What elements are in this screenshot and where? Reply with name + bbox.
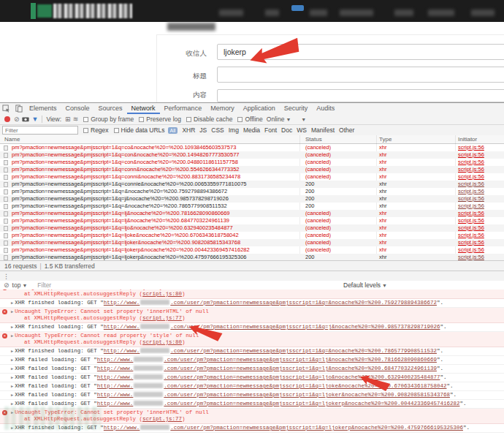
console-xhr-message[interactable]: ▶XHR failed loading: GET "http://www..co…	[0, 382, 504, 391]
chevron-down-icon[interactable]: ▼	[301, 117, 306, 122]
type-filter-other[interactable]: Other	[339, 126, 354, 134]
table-row[interactable]: pm?pmaction=newmessage&pmjsscript=1&q=lj…	[0, 210, 504, 217]
table-row[interactable]: pm?pmaction=newmessage&pmjsscript=1&q=co…	[0, 151, 504, 159]
request-url-link[interactable]: http://www..com/user/pm?pmaction=newmess…	[104, 425, 463, 431]
table-row[interactable]: pm?pmaction=newmessage&pmjsscript=1&q=j&…	[0, 195, 504, 203]
request-initiator-link[interactable]: script.js:56	[458, 173, 484, 181]
expand-triangle-icon[interactable]: ▶	[11, 358, 13, 363]
request-url-link[interactable]: http://www..com/user/pm?pmaction=newmess…	[97, 401, 460, 406]
console-xhr-message[interactable]: ▶XHR finished loading: GET "http://www..…	[0, 323, 504, 332]
offline-checkbox[interactable]	[237, 117, 243, 122]
console-xhr-message[interactable]: ▶XHR finished loading: GET "http://www..…	[0, 347, 504, 356]
view-grid-icon[interactable]: ⊞	[65, 116, 71, 123]
table-row[interactable]: pm?pmaction=newmessage&pmjsscript=1&q=co…	[0, 173, 504, 181]
nav-item-blurred[interactable]	[428, 10, 454, 16]
table-row[interactable]: pm?pmaction=newmessage&pmjsscript=1&q=&n…	[0, 203, 504, 210]
expand-triangle-icon[interactable]: ▶	[11, 309, 13, 314]
tab-elements[interactable]: Elements	[25, 103, 61, 114]
console-xhr-message[interactable]: ▶XHR failed loading: GET "http://www..co…	[0, 374, 504, 382]
request-url-link[interactable]: http://www..com/user/pm?pmaction=newmess…	[97, 374, 440, 380]
tab-network[interactable]: Network	[127, 103, 160, 114]
tab-performance[interactable]: Performance	[160, 103, 207, 114]
column-header-type[interactable]: Type	[379, 136, 392, 143]
type-filter-ws[interactable]: WS	[297, 126, 307, 134]
regex-checkbox[interactable]	[83, 128, 88, 133]
filter-all-pill[interactable]: All	[168, 127, 178, 134]
tab-console[interactable]: Console	[61, 103, 94, 114]
expand-triangle-icon[interactable]: ▶	[11, 290, 13, 290]
console-xhr-message[interactable]: ▶XHR failed loading: GET "http://www..co…	[0, 356, 504, 365]
nav-item-blurred[interactable]	[471, 10, 495, 16]
view-waterfall-icon[interactable]: ≋	[73, 116, 79, 123]
request-url-link[interactable]: http://www..com/user/pm?pmaction=newmess…	[97, 357, 437, 363]
expand-triangle-icon[interactable]: ▶	[11, 325, 13, 330]
script-location-link[interactable]: script.js:80	[142, 291, 182, 297]
table-row[interactable]: pm?pmaction=newmessage&pmjsscript=1&q=co…	[0, 181, 504, 188]
request-initiator-link[interactable]: script.js:56	[458, 181, 484, 188]
type-filter-font[interactable]: Font	[264, 126, 277, 134]
type-filter-xhr[interactable]: XHR	[182, 126, 195, 134]
type-filter-img[interactable]: Img	[229, 126, 239, 134]
type-filter-doc[interactable]: Doc	[281, 126, 292, 134]
screenshot-capture-icon[interactable]	[21, 116, 31, 124]
table-row[interactable]: pm?pmaction=newmessage&pmjsscript=1&q=lj…	[0, 239, 504, 246]
expand-triangle-icon[interactable]: ▶	[11, 375, 13, 380]
expand-triangle-icon[interactable]: ▶	[11, 300, 13, 306]
request-url-link[interactable]: http://www..com/user/pm?pmaction=newmess…	[104, 300, 437, 306]
clear-console-icon[interactable]: ⊘	[4, 282, 9, 289]
type-filter-media[interactable]: Media	[243, 126, 260, 134]
request-url-link[interactable]: http://www..com/user/pm?pmaction=newmess…	[104, 324, 440, 330]
table-row[interactable]: pm?pmaction=newmessage&pmjsscript=1&q=lj…	[0, 246, 504, 254]
expand-triangle-icon[interactable]: ▶	[11, 349, 13, 354]
request-initiator-link[interactable]: script.js:56	[458, 232, 484, 239]
column-header-name[interactable]: Name	[4, 136, 20, 143]
request-initiator-link[interactable]: script.js:56	[458, 151, 484, 159]
table-row[interactable]: pm?pmaction=newmessage&pmjsscript=1&q=co…	[0, 144, 504, 151]
nav-item-blurred[interactable]	[219, 10, 243, 16]
tab-sources[interactable]: Sources	[94, 103, 127, 114]
console-xhr-message[interactable]: ▶XHR failed loading: GET "http://www..co…	[0, 391, 504, 400]
expand-triangle-icon[interactable]: ▶	[11, 384, 13, 389]
subject-input[interactable]	[217, 67, 504, 83]
online-select[interactable]: Online▼	[267, 116, 291, 123]
request-url-link[interactable]: http://www..com/user/pm?pmaction=newmess…	[97, 392, 450, 398]
request-initiator-link[interactable]: script.js:56	[458, 188, 484, 195]
tab-audits[interactable]: Audits	[312, 103, 339, 114]
device-toolbar-icon[interactable]	[14, 105, 23, 113]
table-row[interactable]: pm?pmaction=newmessage&pmjsscript=1&q=lj…	[0, 232, 504, 239]
console-error-message[interactable]: ✕▶Uncaught TypeError: Cannot read proper…	[0, 332, 504, 347]
script-location-link[interactable]: script.js:77	[142, 416, 182, 422]
table-row[interactable]: pm?pmaction=newmessage&pmjsscript=1&q=lj…	[0, 217, 504, 224]
script-location-link[interactable]: script.js:80	[142, 339, 182, 345]
nav-item-blurred[interactable]	[265, 10, 279, 16]
inspect-element-icon[interactable]	[1, 105, 11, 113]
request-url-link[interactable]: http://www..com/user/pm?pmaction=newmess…	[97, 366, 437, 371]
tab-memory[interactable]: Memory	[206, 103, 239, 114]
preserve-log-checkbox[interactable]	[139, 117, 144, 122]
table-row[interactable]: pm?pmaction=newmessage&pmjsscript=1&q=co…	[0, 166, 504, 173]
request-initiator-link[interactable]: script.js:56	[458, 246, 484, 254]
network-filter-input[interactable]	[2, 126, 78, 135]
tab-application[interactable]: Application	[239, 103, 280, 114]
request-url-link[interactable]: http://www..com/user/pm?pmaction=newmess…	[97, 383, 447, 389]
log-levels-select[interactable]: Default levels▼	[343, 281, 387, 289]
filter-funnel-icon[interactable]: ▼	[32, 116, 39, 123]
column-header-initiator[interactable]: Initiator	[458, 136, 477, 143]
request-initiator-link[interactable]: script.js:56	[458, 195, 484, 203]
disable-cache-checkbox[interactable]	[186, 117, 191, 122]
column-header-status[interactable]: Status	[305, 136, 322, 143]
request-initiator-link[interactable]: script.js:56	[458, 210, 484, 217]
console-xhr-message[interactable]: ▶XHR finished loading: GET "http://www..…	[0, 299, 504, 308]
table-row[interactable]: pm?pmaction=newmessage&pmjsscript=1&q=&n…	[0, 188, 504, 195]
console-error-message[interactable]: ✕▶Uncaught TypeError: Cannot read proper…	[0, 290, 504, 299]
type-filter-js[interactable]: JS	[199, 126, 207, 134]
request-initiator-link[interactable]: script.js:56	[458, 239, 484, 246]
table-row[interactable]: pm?pmaction=newmessage&pmjsscript=1&q=co…	[0, 159, 504, 166]
nav-item-blurred[interactable]	[310, 10, 327, 16]
request-initiator-link[interactable]: script.js:56	[458, 203, 484, 210]
console-error-message[interactable]: ✕▶Uncaught TypeError: Cannot set propert…	[0, 308, 504, 323]
nav-item-blurred[interactable]	[340, 10, 373, 16]
hide-data-urls-checkbox[interactable]	[114, 128, 119, 133]
site-logo-blurred[interactable]	[53, 4, 132, 18]
tab-security[interactable]: Security	[280, 103, 313, 114]
